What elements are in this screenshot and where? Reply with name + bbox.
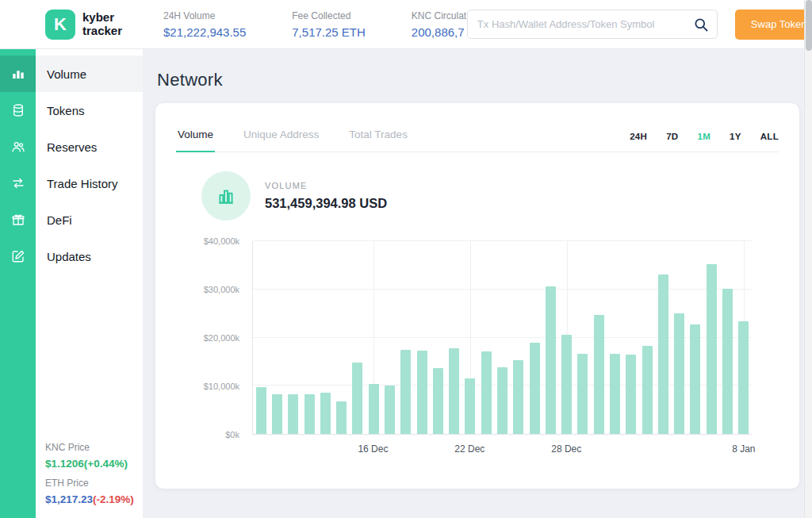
y-tick-label: $10,000k <box>204 382 239 391</box>
x-tick-label: 22 Dec <box>454 443 485 455</box>
volume-summary-text: VOLUME 531,459,394.98 USD <box>265 181 387 211</box>
range-1m[interactable]: 1M <box>697 132 710 141</box>
chart-y-axis: $0k$10,000k$20,000k$30,000k$40,000k <box>176 241 246 435</box>
volume-chart-icon <box>201 171 251 221</box>
sidebar-item-volume[interactable]: Volume <box>0 56 143 92</box>
chart-bar <box>642 346 653 434</box>
chart-bar <box>433 368 443 434</box>
y-tick-label: $20,000k <box>204 333 239 343</box>
tab-unique-address[interactable]: Unique Address <box>242 119 320 152</box>
chart-bar <box>288 394 298 434</box>
sidebar-item-tokens[interactable]: Tokens <box>0 92 143 129</box>
edit-icon <box>0 238 36 274</box>
chart-bar <box>577 354 588 434</box>
chart-bar <box>352 363 362 434</box>
chart-bar <box>385 386 395 434</box>
stat-label: 24H Volume <box>163 10 246 21</box>
chart-bar <box>369 384 379 434</box>
chart-bar <box>707 264 717 434</box>
eth-price-value: $1,217.23 <box>45 493 93 505</box>
app-logo[interactable]: K kyber tracker <box>0 10 143 40</box>
range-1y[interactable]: 1Y <box>730 132 741 141</box>
search-icon[interactable] <box>693 17 709 33</box>
chart-bar <box>722 289 733 434</box>
chart-bar <box>449 348 459 434</box>
stat-value: $21,222,943.55 <box>163 25 246 39</box>
sidebar-item-defi[interactable]: DeFi <box>0 201 143 238</box>
coins-icon <box>0 92 36 129</box>
y-tick-label: $30,000k <box>204 285 239 294</box>
chart-bar <box>738 321 749 434</box>
chart-plot-area <box>252 241 752 435</box>
header-stats: 24H Volume $21,222,943.55 Fee Collected … <box>143 10 473 39</box>
eth-price-change: (-2.19%) <box>93 493 134 505</box>
volume-bar-chart: $0k$10,000k$20,000k$30,000k$40,000k 16 D… <box>176 241 779 455</box>
search-input[interactable] <box>477 18 693 30</box>
chart-bar <box>561 335 572 434</box>
swap-token-button[interactable]: Swap Token <box>735 10 812 40</box>
knc-price-value: $1.1206 <box>45 458 84 470</box>
kyber-logo-icon: K <box>45 10 75 40</box>
chart-bar <box>320 393 331 434</box>
sidebar-item-label: Updates <box>36 238 143 274</box>
chart-bar <box>658 274 668 434</box>
tab-total-trades[interactable]: Total Trades <box>347 119 409 152</box>
range-24h[interactable]: 24H <box>630 132 647 141</box>
network-volume-card: Volume Unique Address Total Trades 24H 7… <box>155 103 799 489</box>
x-tick-label: 28 Dec <box>551 443 581 455</box>
stat-value: 7,517.25 ETH <box>292 25 366 39</box>
chart-bar <box>626 355 636 434</box>
y-tick-label: $0k <box>225 430 239 439</box>
x-tick-label: 8 Jan <box>732 443 755 455</box>
chart-bar <box>256 387 266 434</box>
scrollbar-thumb[interactable] <box>806 0 812 51</box>
chart-bar <box>465 378 475 434</box>
chart-bar <box>304 394 315 434</box>
chart-bar <box>497 367 508 434</box>
h-gridline <box>253 240 752 241</box>
sidebar-item-label: Reserves <box>36 129 143 165</box>
knc-price: KNC Price $1.1206(+0.44%) <box>45 442 134 470</box>
h-gridline <box>253 289 752 290</box>
chart-bar <box>481 351 492 434</box>
knc-price-change: (+0.44%) <box>84 458 128 470</box>
chart-bar <box>417 351 427 434</box>
chart-bar <box>530 343 540 434</box>
eth-price: ETH Price $1,217.23(-2.19%) <box>45 478 134 505</box>
sidebar-item-updates[interactable]: Updates <box>0 238 143 274</box>
y-tick-label: $40,000k <box>204 236 239 246</box>
chart-bar <box>400 350 411 434</box>
sidebar-item-label: DeFi <box>36 201 143 238</box>
scrollbar-track[interactable] <box>804 0 812 518</box>
chart-bar <box>272 394 282 434</box>
sidebar-item-trade-history[interactable]: Trade History <box>0 165 143 201</box>
chart-bar <box>610 354 620 434</box>
sidebar: Volume Tokens Reserves <box>0 49 143 518</box>
gift-icon <box>0 201 36 238</box>
logo-line2: tracker <box>82 25 122 38</box>
sidebar-item-reserves[interactable]: Reserves <box>0 129 143 165</box>
stat-knc-circulating: KNC Circulat 200,886,7 <box>412 10 473 39</box>
range-all[interactable]: ALL <box>760 132 779 141</box>
top-header: K kyber tracker 24H Volume $21,222,943.5… <box>0 0 812 49</box>
app-logo-text: kyber tracker <box>82 11 122 37</box>
sidebar-item-label: Volume <box>36 56 143 92</box>
price-label: ETH Price <box>45 478 134 489</box>
price-label: KNC Price <box>45 442 134 453</box>
stat-label: Fee Collected <box>292 10 366 21</box>
chart-tabs: Volume Unique Address Total Trades 24H 7… <box>176 119 779 152</box>
chart-bar <box>546 286 556 435</box>
bar-chart-icon <box>0 56 36 92</box>
volume-summary: VOLUME 531,459,394.98 USD <box>201 171 779 221</box>
range-7d[interactable]: 7D <box>666 132 678 141</box>
stat-label: KNC Circulat <box>412 10 473 21</box>
search-box <box>467 10 718 39</box>
sidebar-prices: KNC Price $1.1206(+0.44%) ETH Price $1,2… <box>45 434 134 505</box>
chart-x-axis: 16 Dec22 Dec28 Dec8 Jan <box>252 438 752 455</box>
chart-bar <box>513 360 523 434</box>
x-tick-label: 16 Dec <box>358 443 388 455</box>
chart-bar <box>336 401 347 434</box>
tab-volume[interactable]: Volume <box>176 119 215 152</box>
chart-bar <box>690 324 700 434</box>
page-title: Network <box>157 70 812 90</box>
